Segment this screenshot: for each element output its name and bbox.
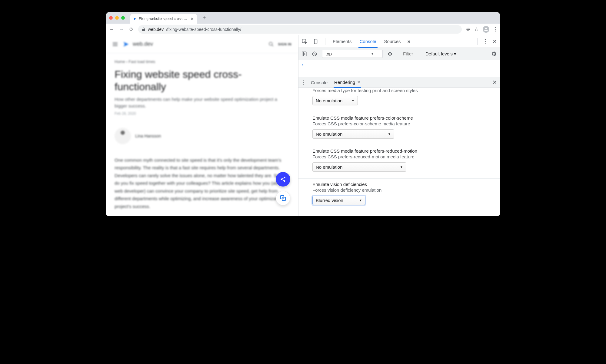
emulate-color-scheme-value: No emulation: [316, 131, 342, 137]
close-window-button[interactable]: [109, 16, 113, 20]
clear-console-icon[interactable]: [312, 51, 318, 57]
content-area: ➤ web.dev SIGN IN Home › Fast load times…: [106, 35, 500, 216]
emulate-vision-section: Emulate vision deficiencies Forces visio…: [298, 179, 500, 212]
drawer-close-button[interactable]: ✕: [492, 79, 497, 86]
devtools-main-tabs: Elements Console Sources » ✕: [298, 35, 500, 48]
tab-title: Fixing website speed cross-fun: [139, 17, 188, 21]
console-filter-input[interactable]: [403, 51, 421, 56]
console-sidebar-toggle-icon[interactable]: [301, 51, 308, 57]
svg-rect-10: [302, 52, 306, 56]
console-levels-select[interactable]: Default levels ▾: [425, 51, 456, 57]
site-logo-icon: ➤: [123, 40, 128, 48]
emulate-color-scheme-section: Emulate CSS media feature prefers-color-…: [298, 112, 500, 145]
menu-icon[interactable]: [113, 42, 118, 46]
url-domain: web.dev: [148, 27, 164, 32]
svg-point-3: [281, 179, 282, 180]
author-avatar: [115, 128, 131, 144]
svg-point-14: [389, 53, 390, 54]
emulate-reduced-motion-value: No emulation: [316, 164, 342, 170]
page-header: ➤ web.dev SIGN IN: [106, 35, 298, 53]
page-date: Feb 28, 2020: [115, 111, 290, 116]
emulate-reduced-motion-section: Emulate CSS media feature prefers-reduce…: [298, 145, 500, 179]
caret-down-icon: ▼: [371, 52, 374, 55]
page-subtitle: How other departments can help make your…: [115, 96, 290, 110]
browser-menu-button[interactable]: [494, 27, 497, 31]
drawer-tabs: Console Rendering ✕ ✕: [298, 77, 500, 88]
window-controls: [109, 16, 125, 20]
article-body: One common myth connected to site speed …: [115, 156, 290, 210]
drawer-menu-button[interactable]: [301, 80, 305, 85]
svg-point-2: [284, 177, 285, 178]
live-expression-icon[interactable]: [387, 51, 393, 57]
caret-down-icon: ▼: [359, 199, 362, 202]
svg-point-4: [284, 180, 285, 182]
forward-button[interactable]: →: [119, 27, 124, 32]
page-title: Fixing website speed cross-functionally: [115, 68, 290, 93]
console-output[interactable]: ›: [298, 60, 500, 77]
emulate-color-scheme-desc: Forces CSS prefers-color-scheme media fe…: [312, 121, 494, 126]
maximize-window-button[interactable]: [121, 16, 125, 20]
console-prompt: ›: [302, 62, 304, 67]
minimize-window-button[interactable]: [115, 16, 119, 20]
bookmark-icon[interactable]: ☆: [474, 26, 478, 32]
console-settings-icon[interactable]: [491, 51, 497, 57]
translate-fab-button[interactable]: [276, 191, 290, 205]
emulate-media-desc: Forces media type for testing print and …: [312, 88, 494, 93]
emulate-vision-select[interactable]: Blurred vision ▼: [312, 196, 365, 205]
emulate-vision-title: Emulate vision deficiencies: [312, 182, 494, 187]
address-bar: ← → ⟳ web.dev/fixing-website-speed-cross…: [106, 24, 500, 35]
rendered-page: ➤ web.dev SIGN IN Home › Fast load times…: [106, 35, 298, 216]
emulate-reduced-motion-desc: Forces CSS prefers-reduced-motion media …: [312, 154, 494, 159]
emulate-vision-desc: Forces vision deficiency emulation: [312, 187, 494, 193]
address-actions: ⊕ ☆: [466, 26, 497, 33]
tab-sources[interactable]: Sources: [383, 36, 402, 47]
emulate-color-scheme-title: Emulate CSS media feature prefers-color-…: [312, 115, 494, 121]
tab-favicon-icon: ➤: [133, 17, 136, 21]
drawer-tab-close-icon[interactable]: ✕: [357, 80, 361, 84]
console-context-value: top: [325, 51, 332, 56]
browser-tab[interactable]: ➤ Fixing website speed cross-fun ✕: [130, 14, 197, 24]
reload-button[interactable]: ⟳: [128, 26, 134, 32]
tabs-overflow-icon[interactable]: »: [408, 38, 411, 45]
emulate-media-section: Forces media type for testing print and …: [298, 88, 500, 112]
emulate-reduced-motion-title: Emulate CSS media feature prefers-reduce…: [312, 148, 494, 154]
emulate-reduced-motion-select[interactable]: No emulation ▼: [312, 162, 406, 172]
signin-button[interactable]: SIGN IN: [278, 42, 291, 46]
caret-down-icon: ▼: [388, 132, 391, 136]
author-block: Lina Hansson: [115, 128, 290, 144]
inspect-element-icon[interactable]: [301, 38, 308, 45]
caret-down-icon: ▼: [351, 99, 355, 102]
tab-bar: ➤ Fixing website speed cross-fun ✕ +: [106, 12, 500, 24]
devtools-menu-button[interactable]: [484, 39, 487, 44]
author-name: Lina Hansson: [135, 134, 161, 138]
rendering-panel[interactable]: Forces media type for testing print and …: [298, 88, 500, 216]
install-app-icon[interactable]: ⊕: [466, 26, 470, 32]
search-icon[interactable]: [268, 41, 274, 47]
svg-line-1: [272, 45, 273, 46]
svg-line-13: [313, 52, 316, 55]
caret-down-icon: ▼: [400, 165, 403, 169]
devtools-panel: Elements Console Sources » ✕ top: [298, 35, 500, 216]
devtools-close-button[interactable]: ✕: [492, 38, 497, 45]
tab-close-button[interactable]: ✕: [190, 16, 194, 21]
console-context-select[interactable]: top ▼: [322, 50, 383, 58]
url-path: /fixing-website-speed-cross-functionally…: [166, 27, 241, 32]
emulate-media-select[interactable]: No emulation ▼: [312, 96, 358, 105]
emulate-vision-value: Blurred vision: [316, 198, 343, 203]
back-button[interactable]: ←: [109, 27, 115, 32]
tab-elements[interactable]: Elements: [331, 36, 353, 47]
new-tab-button[interactable]: +: [200, 15, 208, 22]
share-fab-button[interactable]: [276, 172, 290, 187]
breadcrumb[interactable]: Home › Fast load times: [115, 59, 290, 64]
drawer-tab-console[interactable]: Console: [310, 78, 328, 87]
drawer-tab-rendering[interactable]: Rendering ✕: [334, 78, 361, 88]
svg-point-0: [269, 42, 272, 45]
console-toolbar: top ▼ Default levels ▾: [298, 48, 500, 60]
profile-button[interactable]: [483, 26, 489, 33]
lock-icon: [142, 27, 145, 31]
emulate-color-scheme-select[interactable]: No emulation ▼: [312, 129, 394, 139]
device-toggle-icon[interactable]: [313, 38, 319, 45]
url-field[interactable]: web.dev/fixing-website-speed-cross-funct…: [138, 25, 462, 34]
tab-console[interactable]: Console: [358, 36, 378, 48]
browser-window: ➤ Fixing website speed cross-fun ✕ + ← →…: [106, 12, 500, 216]
